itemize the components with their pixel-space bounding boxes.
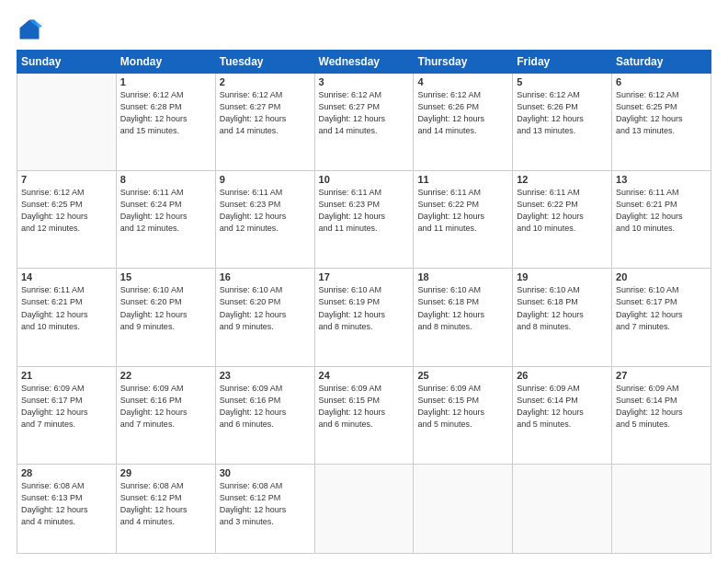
day-info: Sunrise: 6:08 AMSunset: 6:12 PMDaylight:… (120, 480, 211, 528)
day-number: 22 (120, 370, 211, 381)
calendar-cell: 17Sunrise: 6:10 AMSunset: 6:19 PMDayligh… (314, 269, 414, 366)
calendar-cell: 6Sunrise: 6:12 AMSunset: 6:25 PMDaylight… (612, 74, 711, 171)
day-number: 2 (220, 76, 311, 87)
calendar-header-row: SundayMondayTuesdayWednesdayThursdayFrid… (17, 51, 711, 74)
calendar-cell: 30Sunrise: 6:08 AMSunset: 6:12 PMDayligh… (215, 464, 314, 553)
calendar-cell: 26Sunrise: 6:09 AMSunset: 6:14 PMDayligh… (513, 366, 612, 464)
page: SundayMondayTuesdayWednesdayThursdayFrid… (0, 0, 728, 563)
calendar-cell: 21Sunrise: 6:09 AMSunset: 6:17 PMDayligh… (17, 366, 117, 464)
day-info: Sunrise: 6:12 AMSunset: 6:25 PMDaylight:… (21, 187, 112, 235)
calendar-cell: 25Sunrise: 6:09 AMSunset: 6:15 PMDayligh… (414, 366, 513, 464)
day-number: 11 (417, 174, 508, 185)
day-info: Sunrise: 6:11 AMSunset: 6:21 PMDaylight:… (616, 187, 707, 235)
calendar-cell: 1Sunrise: 6:12 AMSunset: 6:28 PMDaylight… (116, 74, 215, 171)
calendar-cell: 20Sunrise: 6:10 AMSunset: 6:17 PMDayligh… (612, 269, 711, 366)
calendar: SundayMondayTuesdayWednesdayThursdayFrid… (17, 50, 711, 554)
day-number: 24 (319, 370, 410, 381)
calendar-header-friday: Friday (513, 51, 612, 74)
day-info: Sunrise: 6:12 AMSunset: 6:25 PMDaylight:… (616, 89, 707, 137)
day-number: 8 (120, 174, 211, 185)
calendar-cell: 23Sunrise: 6:09 AMSunset: 6:16 PMDayligh… (215, 366, 314, 464)
day-info: Sunrise: 6:12 AMSunset: 6:27 PMDaylight:… (319, 89, 410, 137)
day-info: Sunrise: 6:10 AMSunset: 6:20 PMDaylight:… (120, 284, 211, 332)
day-info: Sunrise: 6:10 AMSunset: 6:18 PMDaylight:… (517, 284, 608, 332)
day-info: Sunrise: 6:11 AMSunset: 6:23 PMDaylight:… (319, 187, 410, 235)
calendar-cell (17, 74, 117, 171)
calendar-cell: 8Sunrise: 6:11 AMSunset: 6:24 PMDaylight… (116, 171, 215, 269)
day-number: 18 (417, 271, 508, 282)
calendar-cell: 22Sunrise: 6:09 AMSunset: 6:16 PMDayligh… (116, 366, 215, 464)
day-info: Sunrise: 6:12 AMSunset: 6:27 PMDaylight:… (220, 89, 311, 137)
day-info: Sunrise: 6:09 AMSunset: 6:14 PMDaylight:… (517, 383, 608, 431)
day-info: Sunrise: 6:08 AMSunset: 6:12 PMDaylight:… (220, 480, 311, 528)
day-number: 26 (517, 370, 608, 381)
calendar-header-thursday: Thursday (414, 51, 513, 74)
day-info: Sunrise: 6:08 AMSunset: 6:13 PMDaylight:… (21, 480, 112, 528)
calendar-week-5: 28Sunrise: 6:08 AMSunset: 6:13 PMDayligh… (17, 464, 711, 553)
calendar-cell: 7Sunrise: 6:12 AMSunset: 6:25 PMDaylight… (17, 171, 117, 269)
calendar-cell (414, 464, 513, 553)
calendar-cell: 10Sunrise: 6:11 AMSunset: 6:23 PMDayligh… (314, 171, 414, 269)
day-info: Sunrise: 6:09 AMSunset: 6:17 PMDaylight:… (21, 383, 112, 431)
day-number: 28 (21, 467, 112, 478)
day-info: Sunrise: 6:12 AMSunset: 6:26 PMDaylight:… (517, 89, 608, 137)
calendar-week-4: 21Sunrise: 6:09 AMSunset: 6:17 PMDayligh… (17, 366, 711, 464)
day-number: 5 (517, 76, 608, 87)
calendar-cell: 18Sunrise: 6:10 AMSunset: 6:18 PMDayligh… (414, 269, 513, 366)
day-info: Sunrise: 6:09 AMSunset: 6:16 PMDaylight:… (220, 383, 311, 431)
calendar-week-3: 14Sunrise: 6:11 AMSunset: 6:21 PMDayligh… (17, 269, 711, 366)
calendar-cell: 13Sunrise: 6:11 AMSunset: 6:21 PMDayligh… (612, 171, 711, 269)
day-number: 15 (120, 271, 211, 282)
day-info: Sunrise: 6:12 AMSunset: 6:28 PMDaylight:… (120, 89, 211, 137)
calendar-cell (612, 464, 711, 553)
calendar-cell: 14Sunrise: 6:11 AMSunset: 6:21 PMDayligh… (17, 269, 117, 366)
calendar-header-saturday: Saturday (612, 51, 711, 74)
day-number: 17 (319, 271, 410, 282)
day-number: 16 (220, 271, 311, 282)
day-number: 6 (616, 76, 707, 87)
calendar-cell: 29Sunrise: 6:08 AMSunset: 6:12 PMDayligh… (116, 464, 215, 553)
calendar-cell: 11Sunrise: 6:11 AMSunset: 6:22 PMDayligh… (414, 171, 513, 269)
day-number: 9 (220, 174, 311, 185)
day-number: 25 (417, 370, 508, 381)
day-number: 14 (21, 271, 112, 282)
calendar-cell: 19Sunrise: 6:10 AMSunset: 6:18 PMDayligh… (513, 269, 612, 366)
day-number: 19 (517, 271, 608, 282)
calendar-header-sunday: Sunday (17, 51, 117, 74)
day-number: 3 (319, 76, 410, 87)
day-number: 20 (616, 271, 707, 282)
calendar-cell: 12Sunrise: 6:11 AMSunset: 6:22 PMDayligh… (513, 171, 612, 269)
calendar-cell: 15Sunrise: 6:10 AMSunset: 6:20 PMDayligh… (116, 269, 215, 366)
day-info: Sunrise: 6:11 AMSunset: 6:23 PMDaylight:… (220, 187, 311, 235)
day-number: 10 (319, 174, 410, 185)
day-number: 1 (120, 76, 211, 87)
day-number: 21 (21, 370, 112, 381)
day-info: Sunrise: 6:11 AMSunset: 6:24 PMDaylight:… (120, 187, 211, 235)
day-info: Sunrise: 6:09 AMSunset: 6:16 PMDaylight:… (120, 383, 211, 431)
day-info: Sunrise: 6:12 AMSunset: 6:26 PMDaylight:… (417, 89, 508, 137)
day-info: Sunrise: 6:10 AMSunset: 6:17 PMDaylight:… (616, 284, 707, 332)
day-number: 12 (517, 174, 608, 185)
calendar-cell: 16Sunrise: 6:10 AMSunset: 6:20 PMDayligh… (215, 269, 314, 366)
calendar-cell: 3Sunrise: 6:12 AMSunset: 6:27 PMDaylight… (314, 74, 414, 171)
calendar-cell: 9Sunrise: 6:11 AMSunset: 6:23 PMDaylight… (215, 171, 314, 269)
calendar-week-1: 1Sunrise: 6:12 AMSunset: 6:28 PMDaylight… (17, 74, 711, 171)
calendar-header-tuesday: Tuesday (215, 51, 314, 74)
day-info: Sunrise: 6:09 AMSunset: 6:15 PMDaylight:… (319, 383, 410, 431)
day-info: Sunrise: 6:10 AMSunset: 6:18 PMDaylight:… (417, 284, 508, 332)
day-number: 30 (220, 467, 311, 478)
day-number: 29 (120, 467, 211, 478)
calendar-cell: 5Sunrise: 6:12 AMSunset: 6:26 PMDaylight… (513, 74, 612, 171)
day-info: Sunrise: 6:09 AMSunset: 6:15 PMDaylight:… (417, 383, 508, 431)
logo (17, 17, 46, 42)
day-info: Sunrise: 6:10 AMSunset: 6:19 PMDaylight:… (319, 284, 410, 332)
calendar-cell: 4Sunrise: 6:12 AMSunset: 6:26 PMDaylight… (414, 74, 513, 171)
day-number: 23 (220, 370, 311, 381)
day-number: 4 (417, 76, 508, 87)
calendar-cell: 2Sunrise: 6:12 AMSunset: 6:27 PMDaylight… (215, 74, 314, 171)
day-number: 7 (21, 174, 112, 185)
day-info: Sunrise: 6:11 AMSunset: 6:22 PMDaylight:… (417, 187, 508, 235)
calendar-cell: 27Sunrise: 6:09 AMSunset: 6:14 PMDayligh… (612, 366, 711, 464)
calendar-cell (314, 464, 414, 553)
calendar-cell: 28Sunrise: 6:08 AMSunset: 6:13 PMDayligh… (17, 464, 117, 553)
